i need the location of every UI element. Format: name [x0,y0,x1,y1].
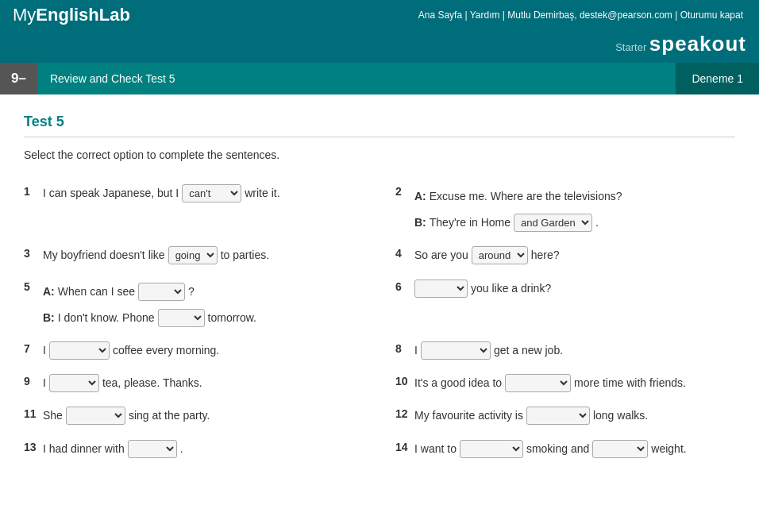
q7-text-after: coffee every morning. [113,341,219,360]
questions-grid: 1 I can speak Japanese, but I can can't … [24,177,735,465]
q-content-8: I want to wants to would like like to ge… [414,341,735,360]
nav-links-text: Ana Sayfa | Yardım | Mutlu Demirbaş, des… [418,10,743,21]
q9-text-before: I [43,373,46,393]
nav-deneme: Deneme 1 [676,63,759,94]
q-content-14: I want to stop stops stopped stopping sm… [414,439,735,459]
instructions: Select the correct option to complete th… [24,148,735,161]
q-content-13: I had dinner with them they their theirs… [43,439,364,459]
q14-select-2[interactable]: lose gain put on control [592,440,648,458]
q5-select-b[interactable]: me him her them [158,309,205,327]
q13-select[interactable]: them they their theirs [128,440,177,458]
question-8: 8 I want to wants to would like like to … [380,334,735,367]
logo: MyEnglishLab [13,5,130,25]
q11-select[interactable]: can't can could couldn't [66,407,125,425]
q12-select[interactable]: going on going to go go on [526,407,590,425]
q-content-4: So are you around near here close here? [414,245,735,265]
nav-bar: 9– Review and Check Test 5 Deneme 1 [0,63,759,94]
q-content-9: I 'd like like want likes tea, please. T… [43,373,364,393]
speakout-label: speakout [649,32,746,56]
q2-label-a: A: [414,187,426,206]
q8-select[interactable]: want to wants to would like like to [421,341,491,360]
question-7: 7 I drink drinks drinking drank coffee e… [24,334,380,367]
q-number-10: 10 [395,373,414,387]
q10-select[interactable]: spend spends spending spent [505,374,571,392]
q2-part-b: B: They're in Home and Garden or Garden … [414,213,735,233]
q1-select[interactable]: can can't could couldn't [182,184,241,202]
q5-text-a-before: When can I see [58,282,135,302]
q-content-1: I can speak Japanese, but I can can't co… [43,183,364,203]
q-content-5: A: When can I see him her them it ? B: I… [43,279,364,328]
logo-englishlab: EnglishLab [36,5,130,25]
q-content-3: My boyfriend doesn't like going go to go… [43,245,364,265]
q9-text-after: tea, please. Thanks. [102,373,202,393]
q-content-7: I drink drinks drinking drank coffee eve… [43,341,364,360]
q-content-10: It's a good idea to spend spends spendin… [414,373,735,393]
q4-select[interactable]: around near here close [472,246,528,264]
q12-text-before: My favourite activity is [414,406,523,426]
q5-select-a[interactable]: him her them it [138,283,185,301]
q-number-7: 7 [24,341,43,355]
q5-text-b-after: tomorrow. [208,308,256,328]
q8-text-before: I [414,341,418,360]
q13-text-before: I had dinner with [43,439,125,459]
question-3: 3 My boyfriend doesn't like going go to … [24,239,380,272]
q14-text-before: I want to [414,439,457,459]
brand-bar: Starter speakout [0,30,759,63]
q5-text-b-before: I don't know. Phone [58,308,155,328]
question-14: 14 I want to stop stops stopped stopping… [380,433,735,465]
q-number-1: 1 [24,183,43,198]
q1-text-before: I can speak Japanese, but I [43,183,179,203]
q-number-9: 9 [24,373,43,387]
q2-text-b-after: . [595,213,599,233]
q3-select[interactable]: going go to go goes [168,246,218,264]
q6-select[interactable]: Would Could Can Do [414,279,468,298]
q-content-12: My favourite activity is going on going … [414,406,735,426]
q8-text-after: get a new job. [494,341,563,360]
question-4: 4 So are you around near here close here… [380,239,735,272]
question-10: 10 It's a good idea to spend spends spen… [380,367,735,399]
q9-select[interactable]: 'd like like want likes [49,374,99,392]
q14-select-1[interactable]: stop stops stopped stopping [460,440,523,458]
q5-text-a-after: ? [188,282,195,302]
q-content-11: She can't can could couldn't sing at the… [43,406,364,426]
q2-text-b-before: They're in Home [430,213,510,233]
question-13: 13 I had dinner with them they their the… [24,433,380,465]
brand-text: Starter speakout [615,41,746,53]
q-number-12: 12 [395,406,414,420]
question-12: 12 My favourite activity is going on goi… [380,399,735,432]
q13-text-after: . [180,439,183,459]
nav-number: 9– [0,63,37,94]
q4-text-after: here? [531,245,560,265]
question-1: 1 I can speak Japanese, but I can can't … [24,177,380,239]
q5-label-a: A: [43,282,55,302]
question-9: 9 I 'd like like want likes tea, please.… [24,367,380,399]
q11-text-before: She [43,406,63,426]
question-11: 11 She can't can could couldn't sing at … [24,399,380,432]
q-content-6: Would Could Can Do you like a drink? [414,279,735,299]
q2-text-a: Excuse me. Where are the televisions? [430,187,622,206]
question-2: 2 A: Excuse me. Where are the television… [380,177,735,239]
q-content-2: A: Excuse me. Where are the televisions?… [414,183,735,233]
main-content: Test 5 Select the correct option to comp… [0,94,759,484]
q-number-3: 3 [24,245,43,260]
q2-part-a: A: Excuse me. Where are the televisions? [414,187,735,206]
q5-label-b: B: [43,308,55,328]
q10-text-after: more time with friends. [574,373,686,393]
q14-text-after: weight. [651,439,686,459]
q1-text-after: write it. [245,183,279,203]
q7-select[interactable]: drink drinks drinking drank [49,341,110,360]
q5-part-a: A: When can I see him her them it ? [43,282,364,302]
q-number-14: 14 [395,439,414,453]
q2-select[interactable]: and Garden or Garden in Garden the Garde… [514,214,592,232]
top-nav-links: Ana Sayfa | Yardım | Mutlu Demirbaş, des… [415,10,746,21]
test-title: Test 5 [24,114,735,137]
q-number-11: 11 [24,406,43,420]
q-number-4: 4 [395,245,414,260]
q4-text-before: So are you [414,245,468,265]
q-number-6: 6 [395,279,414,293]
question-5: 5 A: When can I see him her them it ? B: [24,272,380,334]
q6-text-after: you like a drink? [471,279,551,299]
q5-part-b: B: I don't know. Phone me him her them t… [43,308,364,328]
q-number-2: 2 [395,183,414,198]
q-number-8: 8 [395,341,414,355]
